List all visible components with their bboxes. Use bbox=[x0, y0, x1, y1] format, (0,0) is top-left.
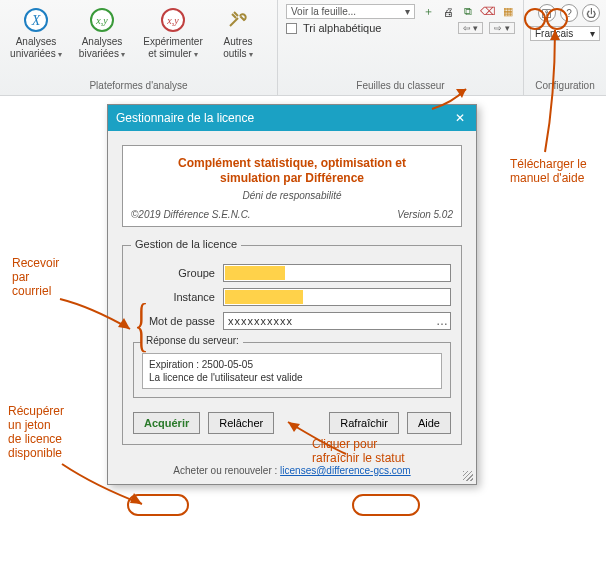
btn-label: Autres outils bbox=[216, 36, 260, 61]
ribbon-group-platforms: X Analyses univariées x,y Analyses bivar… bbox=[0, 0, 278, 95]
key-icon[interactable]: ⚿ bbox=[538, 4, 556, 22]
svg-text:X: X bbox=[31, 13, 41, 28]
language-selector[interactable]: Francais▾ bbox=[530, 26, 600, 41]
tools-icon bbox=[224, 6, 252, 34]
disclaimer-link[interactable]: Déni de responsabilité bbox=[131, 190, 453, 201]
annotation-ring bbox=[352, 494, 420, 516]
help-button[interactable]: Aide bbox=[407, 412, 451, 434]
btn-label: Expérimenter et simuler bbox=[140, 36, 206, 61]
copy-icon[interactable]: ⧉ bbox=[461, 5, 475, 19]
help-icon[interactable]: ? bbox=[560, 4, 578, 22]
stats-x-icon: X bbox=[22, 6, 50, 34]
release-button[interactable]: Relâcher bbox=[208, 412, 274, 434]
server-response-box: Réponse du serveur: Expiration : 2500-05… bbox=[133, 342, 451, 398]
annotation-retrieve-token: Récupérerun jetonde licencedisponible bbox=[8, 404, 64, 460]
stats-xyred-icon: x,y bbox=[159, 6, 187, 34]
btn-autres-outils[interactable]: Autres outils bbox=[214, 4, 262, 63]
alpha-sort-checkbox[interactable] bbox=[286, 23, 297, 34]
license-fieldset: Gestion de la licence Groupe Instance Mo… bbox=[122, 245, 462, 445]
power-icon[interactable]: ⏻ bbox=[582, 4, 600, 22]
dialog-title: Gestionnaire de la licence bbox=[116, 111, 254, 125]
ribbon-group-sheets: Voir la feuille...▾ ＋ 🖨 ⧉ ⌫ ▦ Tri alphab… bbox=[278, 0, 524, 95]
btn-analyses-univariees[interactable]: X Analyses univariées bbox=[6, 4, 66, 63]
svg-text:x,y: x,y bbox=[95, 15, 108, 26]
acquire-button[interactable]: Acquérir bbox=[133, 412, 200, 434]
close-icon[interactable]: ✕ bbox=[452, 110, 468, 126]
refresh-button[interactable]: Rafraîchir bbox=[329, 412, 399, 434]
sheet-selector[interactable]: Voir la feuille...▾ bbox=[286, 4, 415, 19]
grid-icon[interactable]: ▦ bbox=[501, 5, 515, 19]
response-legend: Réponse du serveur: bbox=[142, 335, 243, 346]
label-instance: Instance bbox=[133, 291, 223, 303]
delete-icon[interactable]: ⌫ bbox=[481, 5, 495, 19]
resize-grip[interactable] bbox=[463, 471, 473, 481]
btn-label: Analyses bivariées bbox=[74, 36, 130, 61]
group-field[interactable] bbox=[223, 264, 451, 282]
btn-label: Analyses univariées bbox=[8, 36, 64, 61]
dialog-footer: Acheter ou renouveler : licenses@differe… bbox=[108, 459, 476, 484]
label-password: Mot de passe bbox=[133, 315, 223, 327]
instance-field[interactable] bbox=[223, 288, 451, 306]
ribbon: X Analyses univariées x,y Analyses bivar… bbox=[0, 0, 606, 96]
label-group: Groupe bbox=[133, 267, 223, 279]
version-text: Version 5.02 bbox=[397, 209, 453, 220]
plus-icon[interactable]: ＋ bbox=[421, 5, 435, 19]
stats-xy-icon: x,y bbox=[88, 6, 116, 34]
annotation-ring bbox=[127, 494, 189, 516]
license-dialog: Gestionnaire de la licence ✕ Complément … bbox=[107, 104, 477, 485]
password-field[interactable]: xxxxxxxxxx… bbox=[223, 312, 451, 330]
annotation-receive-email: Recevoirparcourriel bbox=[12, 256, 59, 298]
nav-next[interactable]: ⇨ ▾ bbox=[489, 22, 515, 34]
btn-experimenter[interactable]: x,y Expérimenter et simuler bbox=[138, 4, 208, 63]
group-caption: Feuilles du classeur bbox=[286, 78, 515, 93]
annotation-download-help: Télécharger lemanuel d'aide bbox=[510, 157, 587, 185]
group-caption: Plateformes d'analyse bbox=[6, 78, 271, 93]
btn-analyses-bivariees[interactable]: x,y Analyses bivariées bbox=[72, 4, 132, 63]
group-caption: Configuration bbox=[530, 78, 600, 93]
print-icon[interactable]: 🖨 bbox=[441, 5, 455, 19]
dialog-titlebar[interactable]: Gestionnaire de la licence ✕ bbox=[108, 105, 476, 131]
svg-marker-9 bbox=[130, 493, 142, 504]
fieldset-legend: Gestion de la licence bbox=[131, 238, 241, 250]
password-reveal-icon[interactable]: … bbox=[436, 314, 448, 328]
product-title: Complément statistique, optimisation ets… bbox=[131, 156, 453, 186]
license-email-link[interactable]: licenses@difference-gcs.com bbox=[280, 465, 411, 476]
dialog-header-box: Complément statistique, optimisation ets… bbox=[122, 145, 462, 227]
alpha-sort-label: Tri alphabétique bbox=[303, 22, 381, 34]
ribbon-group-config: ⚿ ? ⏻ Francais▾ Configuration bbox=[524, 0, 606, 95]
copyright-text: ©2019 Différence S.E.N.C. bbox=[131, 209, 251, 220]
response-text: Expiration : 2500-05-05 La licence de l'… bbox=[142, 353, 442, 389]
nav-prev[interactable]: ⇦ ▾ bbox=[458, 22, 484, 34]
svg-text:x,y: x,y bbox=[166, 15, 179, 26]
